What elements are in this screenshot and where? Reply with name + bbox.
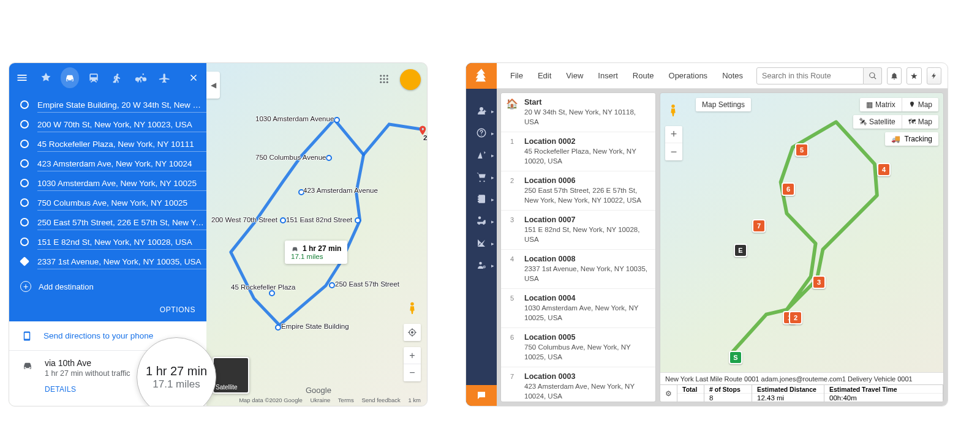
svg-point-16 [671,105,675,108]
map-view-button[interactable]: Map [902,98,938,111]
stop-input[interactable] [37,195,206,211]
menu-item-operations[interactable]: Operations [662,67,715,84]
svg-point-6 [380,81,382,83]
stop-input[interactable] [37,234,206,250]
search-button[interactable] [864,67,882,84]
plus-icon: + [20,281,31,292]
mode-walk-icon[interactable] [108,67,127,88]
map-waypoint[interactable] [280,217,286,223]
stop-indicator-icon [20,256,29,266]
map-stop-marker[interactable]: 6 [782,182,795,196]
map-stop-marker[interactable]: 4 [877,163,891,176]
rail-fleet-icon[interactable]: ▸ [466,210,497,232]
pegman-icon[interactable] [665,98,681,122]
mode-bike-icon[interactable] [132,67,151,88]
map-end-marker[interactable]: E [734,244,747,257]
r4-stop-row[interactable]: 5Location 00041030 Amsterdam Ave, New Yo… [501,289,655,328]
apps-grid-icon[interactable] [374,69,394,89]
rail-addressbook-icon[interactable]: ▸ [466,188,497,210]
gear-icon[interactable]: ⚙ [660,385,677,402]
mode-best-icon[interactable] [37,67,56,88]
map-stop-marker[interactable]: 7 [752,219,766,233]
notifications-button[interactable] [887,67,902,84]
menu-item-view[interactable]: View [559,67,590,84]
map2-view-button[interactable]: 🗺Map [902,115,938,129]
stop-input[interactable] [37,116,206,132]
map-waypoint-label: 1030 Amsterdam Avenue [255,115,334,122]
add-destination-button[interactable]: + Add destination [9,275,206,301]
zoom-in-button[interactable]: + [665,126,682,143]
map-waypoint[interactable] [269,290,275,296]
stop-input[interactable] [37,155,206,171]
r4-stop-row[interactable]: 6Location 0005750 Columbus Ave, New York… [501,328,655,367]
rail-add-user-icon[interactable]: ▸ [466,100,497,122]
r4-stop-row[interactable]: 2Location 0006250 East 57th Street, 226 … [501,171,655,211]
zoom-out-button[interactable]: − [665,143,682,160]
gm-map-canvas[interactable]: ◀ 1030 Amsterdam Avenue 750 Columbus Ave… [206,63,427,406]
rail-help-icon[interactable]: ▸ [466,122,497,144]
r4-stop-row[interactable]: 1Location 000245 Rockefeller Plaza, New … [501,132,655,171]
map-waypoint[interactable] [355,217,361,223]
svg-point-7 [383,81,385,83]
tv-time: 00h:40m [824,394,943,402]
pegman-icon[interactable] [404,297,421,319]
menu-item-file[interactable]: File [503,67,530,84]
zoom-in-button[interactable]: + [404,347,421,364]
r4-logo-icon[interactable] [466,63,497,89]
stop-address: 750 Columbus Ave, New York, NY 10025, US… [524,343,649,362]
stop-input[interactable] [37,214,206,230]
rail-analytics-icon[interactable]: ▸ [466,232,497,254]
my-location-icon[interactable] [404,324,421,341]
mode-car-icon[interactable] [61,67,80,88]
r4-stop-row[interactable]: 4Location 00082337 1st Avenue, New York,… [501,250,655,289]
zoom-out-button[interactable]: − [404,364,421,381]
r4-stops-list[interactable]: 🏠Start20 W 34th St, New York, NY 10118, … [500,92,656,402]
tracking-button[interactable]: 🚚Tracking [885,132,938,146]
stop-input[interactable] [37,175,206,191]
menu-item-edit[interactable]: Edit [530,67,559,84]
search-input[interactable] [756,67,864,84]
stop-number: 5 [507,294,517,302]
mode-transit-icon[interactable] [84,67,103,88]
hamburger-menu-icon[interactable] [13,67,32,88]
rail-user-settings-icon[interactable]: ▸ [466,254,497,276]
stop-input[interactable] [37,97,206,113]
stop-number: 3 [507,216,517,223]
r4-stop-row[interactable]: 7Location 0003423 Amsterdam Ave, New Yor… [501,367,655,402]
r4-map-canvas[interactable]: Map Settings + − ▦Matrix Map 🛰Satellite [660,92,944,402]
satellite-view-button[interactable]: 🛰Satellite [853,115,902,129]
r4-stop-row[interactable]: 3Location 0007151 E 82nd St, New York, N… [501,211,655,250]
map-waypoint[interactable] [334,117,340,123]
gm-stop-row [20,134,206,154]
rail-routes-icon[interactable]: ▸ [466,144,497,166]
favorite-button[interactable]: ★ [907,67,921,84]
options-button[interactable]: OPTIONS [9,301,206,321]
map-settings-button[interactable]: Map Settings [696,98,751,111]
satellite-layer-button[interactable]: Satellite [213,357,249,394]
optimize-button[interactable] [927,67,941,84]
map-start-marker[interactable]: S [729,351,742,364]
map-waypoint-label: Empire State Building [281,323,349,330]
mode-flight-icon[interactable] [156,67,175,88]
map-stop-marker[interactable]: 3 [812,275,826,289]
map-stop-marker[interactable]: 5 [795,143,809,157]
menu-item-route[interactable]: Route [625,67,662,84]
user-avatar[interactable] [400,69,421,90]
close-icon[interactable] [184,67,203,88]
map-stop-marker[interactable]: 2 [789,311,802,324]
gm-stops-list [9,92,206,275]
stop-input[interactable] [37,253,206,269]
collapse-sidebar-button[interactable]: ◀ [206,72,220,99]
menu-item-insert[interactable]: Insert [590,67,625,84]
rail-cart-icon[interactable]: ▸ [466,166,497,188]
map-waypoint-label: 250 East 57th Street [335,280,399,288]
r4-stop-row[interactable]: 🏠Start20 W 34th St, New York, NY 10118, … [501,93,655,132]
map-waypoint[interactable] [326,155,332,161]
stop-title: Location 0008 [524,255,649,263]
stop-input[interactable] [37,136,206,152]
menu-item-notes[interactable]: Notes [715,67,750,84]
rail-chat-icon[interactable] [466,385,497,406]
matrix-view-button[interactable]: ▦Matrix [860,98,902,111]
map-waypoint[interactable] [329,282,335,288]
map-waypoint[interactable] [275,324,281,331]
